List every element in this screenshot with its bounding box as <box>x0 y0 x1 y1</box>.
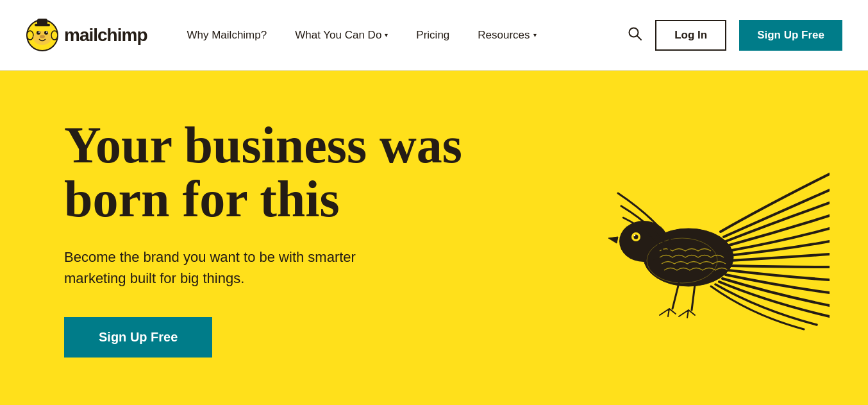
svg-point-5 <box>44 31 48 35</box>
logo-link[interactable]: mailchimp <box>26 19 147 52</box>
svg-point-17 <box>634 234 635 236</box>
navbar: mailchimp Why Mailchimp? What You Can Do… <box>0 0 868 71</box>
svg-point-7 <box>46 31 47 33</box>
search-icon[interactable] <box>627 26 642 45</box>
nav-right: Log In Sign Up Free <box>627 20 842 51</box>
signup-nav-button[interactable]: Sign Up Free <box>739 20 842 51</box>
nav-what-you-can-do[interactable]: What You Can Do ▾ <box>281 29 402 42</box>
login-button[interactable]: Log In <box>655 20 726 51</box>
hero-headline: Your business was born for this <box>64 118 462 226</box>
svg-marker-18 <box>608 237 618 243</box>
chevron-down-icon: ▾ <box>385 31 388 39</box>
svg-point-1 <box>27 31 33 40</box>
svg-point-8 <box>40 35 45 38</box>
hero-subtext: Become the brand you want to be with sma… <box>64 246 410 289</box>
logo-icon <box>26 19 59 52</box>
logo-text: mailchimp <box>64 25 147 46</box>
nav-why-mailchimp[interactable]: Why Mailchimp? <box>172 29 281 42</box>
svg-rect-10 <box>37 19 47 25</box>
svg-point-14 <box>619 221 668 262</box>
svg-line-20 <box>672 283 679 309</box>
nav-links: Why Mailchimp? What You Can Do ▾ Pricing… <box>172 29 627 42</box>
nav-pricing[interactable]: Pricing <box>402 29 463 42</box>
signup-hero-button[interactable]: Sign Up Free <box>64 317 212 358</box>
svg-point-6 <box>38 31 40 33</box>
svg-line-21 <box>692 284 695 310</box>
bird-illustration <box>560 142 830 334</box>
hero-content: Your business was born for this Become t… <box>64 118 462 358</box>
hero-section: Your business was born for this Become t… <box>0 71 868 405</box>
svg-line-12 <box>637 36 641 40</box>
svg-point-4 <box>37 31 40 35</box>
chevron-down-icon: ▾ <box>533 31 537 39</box>
svg-point-2 <box>51 31 58 40</box>
nav-resources[interactable]: Resources ▾ <box>463 29 550 42</box>
bird-svg <box>560 142 830 334</box>
